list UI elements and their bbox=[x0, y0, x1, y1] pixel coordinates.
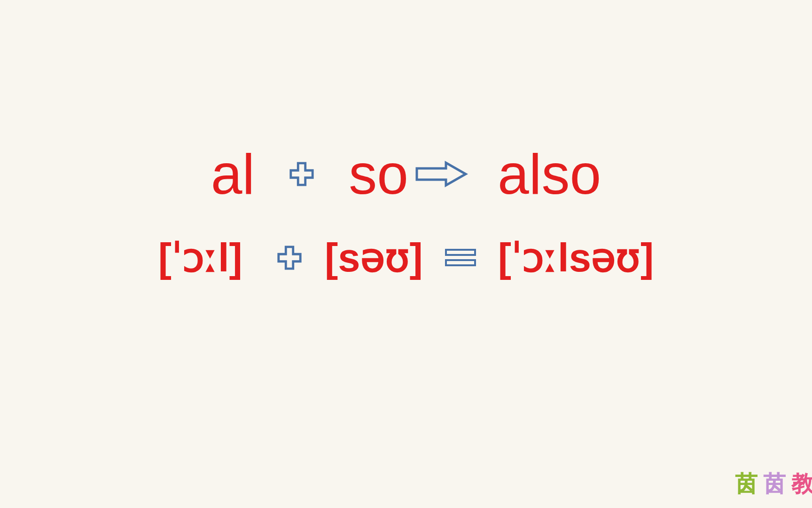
phonetic-breakdown-row: [ˈɔːl] [səʊ] [ˈɔːlsəʊ] bbox=[158, 238, 654, 278]
plus-icon bbox=[275, 244, 304, 272]
phonetic-result: [ˈɔːlsəʊ] bbox=[498, 238, 654, 278]
lesson-content: al so also [ˈɔːl] [səʊ] [ˈɔːlsəʊ bbox=[0, 146, 812, 278]
phonetic-2: [səʊ] bbox=[325, 238, 423, 278]
watermark-char-2: 茵 bbox=[764, 468, 786, 499]
svg-rect-1 bbox=[446, 260, 475, 265]
watermark-char-1: 茵 bbox=[735, 468, 758, 499]
word-breakdown-row: al so also bbox=[211, 146, 601, 202]
plus-icon bbox=[288, 160, 316, 188]
syllable-1: al bbox=[211, 146, 255, 202]
phonetic-1: [ˈɔːl] bbox=[158, 238, 242, 278]
arrow-right-icon bbox=[413, 160, 469, 188]
equals-icon bbox=[444, 247, 477, 268]
syllable-2: so bbox=[349, 146, 408, 202]
word-result: also bbox=[498, 146, 601, 202]
watermark-logo: 茵 茵 教 bbox=[735, 468, 812, 499]
svg-rect-0 bbox=[446, 250, 475, 255]
watermark-char-3: 教 bbox=[792, 468, 812, 499]
